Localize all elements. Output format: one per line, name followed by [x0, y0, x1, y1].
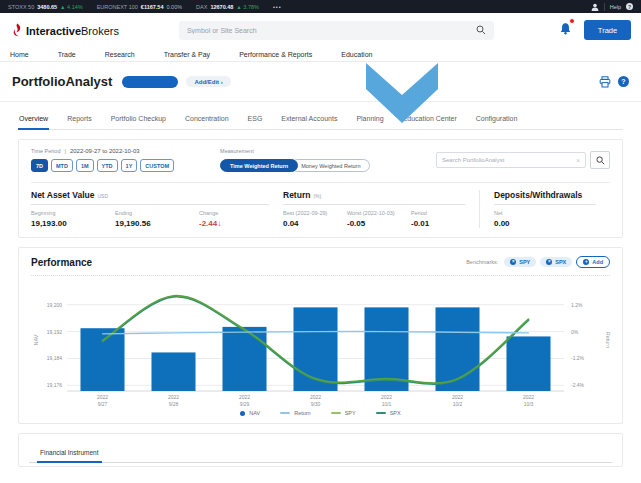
performance-header: Performance Benchmarks: ×SPY×SPX + Add [31, 256, 610, 276]
stat-best-2022-09-29: Best (2022-09-29)0.04 [283, 210, 347, 228]
svg-text:19,176: 19,176 [47, 382, 63, 388]
legend-label: Return [294, 410, 311, 416]
search-icon [596, 156, 605, 165]
stat-columns: Best (2022-09-29)0.04Worst (2022-10-03)-… [283, 210, 479, 228]
site-search-input[interactable] [187, 27, 476, 34]
tab-configuration[interactable]: Configuration [475, 115, 519, 129]
stat-unit: (%) [313, 193, 321, 199]
brand-name-bold: Interactive [26, 25, 81, 37]
measurement-label: Measurement [220, 148, 254, 154]
tutorial-down-arrow [364, 57, 440, 125]
svg-text:2022: 2022 [452, 394, 463, 400]
benchmark-pill-spy[interactable]: ×SPY [504, 257, 536, 267]
measurement-time-weighted-return[interactable]: Time Weighted Return [220, 159, 298, 172]
time-period-label: Time Period [31, 148, 60, 154]
pa-search-input[interactable] [442, 157, 576, 163]
period-button-custom[interactable]: CUSTOM [140, 159, 174, 172]
svg-text:2022: 2022 [381, 394, 392, 400]
period-button-1m[interactable]: 1M [76, 159, 94, 172]
benchmark-name: SPY [519, 259, 530, 265]
add-edit-button[interactable]: Add/Edit › [186, 76, 230, 87]
legend-line-marker [280, 412, 290, 414]
page-actions: ? [599, 76, 629, 88]
site-search[interactable] [179, 21, 494, 40]
header-actions: Trade [559, 20, 631, 40]
ticker-item: DAX12670.48▲ 3.78% [196, 4, 259, 10]
ticker-divider [604, 3, 605, 11]
period-button-ytd[interactable]: YTD [97, 159, 118, 172]
print-icon[interactable] [599, 76, 611, 88]
stat-beginning: Beginning19,193.00 [31, 210, 115, 228]
stat-title: Net Asset ValueUSD [31, 190, 283, 200]
search-icon[interactable] [476, 25, 486, 35]
main-nav: HomeTradeResearchTransfer & PayPerforman… [0, 47, 641, 62]
stat-value: 19,193.00 [31, 219, 115, 228]
section-tabs: OverviewReportsPortfolio CheckupConcentr… [18, 115, 623, 130]
nav-item-transfer-pay[interactable]: Transfer & Pay [164, 51, 210, 58]
help-question-icon[interactable]: ? [626, 3, 633, 10]
stat-value: 0.04 [283, 219, 347, 228]
clear-search-icon[interactable]: × [576, 157, 580, 164]
svg-text:2022: 2022 [523, 394, 534, 400]
stat-label: Period [411, 210, 475, 216]
remove-icon[interactable]: × [510, 259, 516, 265]
svg-text:19,192: 19,192 [47, 329, 63, 335]
tab-portfolio-checkup[interactable]: Portfolio Checkup [110, 115, 167, 129]
remove-icon[interactable]: × [546, 259, 552, 265]
stat-label: Change [199, 210, 283, 216]
svg-text:19,184: 19,184 [47, 355, 63, 361]
date-range[interactable]: 2022-09-27 to 2022-10-03 [70, 148, 140, 154]
tab-concentration[interactable]: Concentration [184, 115, 230, 129]
stat-label: Worst (2022-10-03) [347, 210, 411, 216]
help-link[interactable]: Help [610, 4, 621, 10]
legend-label: NAV [249, 410, 260, 416]
period-button-mtd[interactable]: MTD [51, 159, 73, 172]
time-period-block: Time Period | 2022-09-27 to 2022-10-03 7… [31, 148, 174, 172]
ticker-more-button[interactable]: ••• [273, 4, 282, 10]
svg-text:2022: 2022 [168, 394, 179, 400]
nav-item-trade[interactable]: Trade [58, 51, 76, 58]
legend-line-marker [376, 412, 386, 414]
ticker-right: Help ? [591, 3, 633, 11]
tab-reports[interactable]: Reports [66, 115, 93, 129]
legend-dot-marker [240, 411, 245, 416]
notifications-bell-icon[interactable] [559, 21, 572, 39]
tab-external-accounts[interactable]: External Accounts [280, 115, 338, 129]
stat-value: 0.00 [494, 219, 510, 228]
stat-block-deposits-withdrawals: Deposits/WithdrawalsNet0.00 [479, 190, 610, 228]
period-button-1y[interactable]: 1Y [121, 159, 138, 172]
ticker-symbol: DAX [196, 4, 207, 10]
pa-search-field[interactable]: × [436, 152, 586, 168]
benchmark-pills: ×SPY×SPX [504, 257, 572, 267]
nav-item-research[interactable]: Research [105, 51, 135, 58]
period-button-7d[interactable]: 7D [31, 159, 48, 172]
brand-logo[interactable]: InteractiveBrokers [10, 21, 119, 39]
legend-line-marker [331, 412, 341, 414]
ticker-item: EURONEXT 100€1167.540.00% [97, 4, 182, 10]
stat-worst-2022-10-03: Worst (2022-10-03)-0.05 [347, 210, 411, 228]
measurement-money-weighted-return[interactable]: Money Weighted Return [291, 159, 370, 172]
ticker-items: STOXX 503480.65▲ 4.14%EURONEXT 100€1167.… [8, 4, 259, 10]
legend-nav: NAV [240, 410, 260, 416]
user-icon[interactable] [591, 3, 599, 11]
help-icon[interactable]: ? [618, 76, 629, 87]
stat-title: Deposits/Withdrawals [494, 190, 610, 200]
trade-button[interactable]: Trade [584, 20, 631, 40]
stat-value: -0.01 [411, 219, 475, 228]
tab-overview[interactable]: Overview [18, 115, 49, 130]
tab-esg[interactable]: ESG [247, 115, 264, 129]
account-selector-pill[interactable] [122, 76, 178, 88]
tab-financial-instrument[interactable]: Financial Instrument [37, 447, 102, 463]
stat-net: Net0.00 [494, 210, 510, 228]
pa-search-button[interactable] [590, 151, 610, 169]
svg-text:1.2%: 1.2% [571, 302, 583, 308]
svg-text:0%: 0% [571, 329, 579, 335]
nav-item-home[interactable]: Home [10, 51, 29, 58]
add-benchmark-button[interactable]: + Add [576, 256, 610, 268]
benchmark-name: SPX [555, 259, 566, 265]
benchmark-pill-spx[interactable]: ×SPX [540, 257, 572, 267]
stat-block-return: Return(%)Best (2022-09-29)0.04Worst (202… [283, 190, 479, 228]
add-icon: + [583, 259, 589, 265]
stat-block-net-asset-value: Net Asset ValueUSDBeginning19,193.00Endi… [31, 190, 283, 228]
nav-item-performance-reports[interactable]: Performance & Reports [239, 51, 312, 58]
